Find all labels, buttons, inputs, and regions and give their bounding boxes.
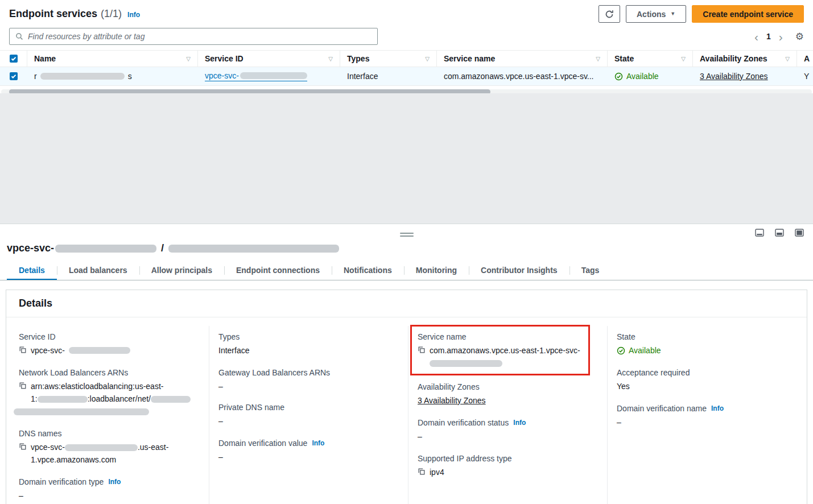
info-link[interactable]: Info: [312, 437, 324, 449]
tab-contributor-insights[interactable]: Contributor Insights: [469, 261, 569, 280]
header-actions: Actions ▼ Create endpoint service: [599, 5, 804, 23]
details-pane: vpce-svc- / Details Load balancers Allow…: [0, 224, 813, 504]
field-domain-verification-name: Domain verification name Info –: [617, 403, 798, 428]
field-types: Types Interface: [218, 331, 399, 357]
page-title: Endpoint services (1/1) Info: [9, 8, 140, 20]
filter-toolbar: ‹ 1 › ⚙: [0, 25, 813, 50]
detail-tabs: Details Load balancers Allow principals …: [0, 261, 813, 280]
details-column-1: Service ID vpce-svc- Network Load Balanc…: [6, 326, 209, 504]
service-id-link[interactable]: vpce-svc-: [205, 71, 307, 81]
field-supported-ip-address-type: Supported IP address type ipv4: [418, 453, 598, 478]
field-label: Private DNS name: [218, 402, 399, 413]
column-header-availability-zones[interactable]: Availability Zones ▽: [693, 51, 797, 67]
split-pane-drag-handle[interactable]: [400, 233, 414, 237]
refresh-button[interactable]: [599, 5, 620, 23]
details-column-2: Types Interface Gateway Load Balancers A…: [209, 326, 408, 504]
copy-icon[interactable]: [19, 346, 27, 354]
current-page[interactable]: 1: [766, 32, 771, 41]
tab-endpoint-connections[interactable]: Endpoint connections: [224, 261, 332, 280]
filter-icon[interactable]: ▽: [328, 56, 333, 62]
panel-position-split-icon[interactable]: [775, 229, 784, 237]
column-header-name[interactable]: Name ▽: [27, 51, 198, 67]
select-all-checkbox[interactable]: [10, 55, 18, 63]
filter-icon[interactable]: ▽: [681, 56, 686, 62]
actions-button[interactable]: Actions ▼: [626, 5, 686, 23]
check-icon: [11, 56, 16, 61]
field-label: Availability Zones: [418, 381, 598, 393]
check-icon: [11, 73, 16, 79]
row-checkbox[interactable]: [10, 72, 18, 80]
search-icon: [15, 32, 23, 40]
row-state-cell: Available: [608, 72, 693, 81]
field-value-text: com.amazonaws.vpce.us-east-1.vpce-svc-: [430, 346, 580, 355]
state-text: Available: [626, 72, 659, 81]
field-nlb-arns: Network Load Balancers ARNs arn:aws:elas…: [19, 367, 200, 418]
types-text: Interface: [347, 72, 378, 81]
filter-icon[interactable]: ▽: [186, 56, 191, 62]
field-state: State Available: [617, 331, 798, 357]
tab-monitoring[interactable]: Monitoring: [404, 261, 469, 280]
column-header-types[interactable]: Types ▽: [340, 51, 437, 67]
filter-icon[interactable]: ▽: [596, 56, 600, 62]
search-input[interactable]: [28, 32, 372, 41]
panel-position-full-icon[interactable]: [795, 229, 804, 237]
column-label: A: [804, 54, 810, 63]
table-header-row: Name ▽ Service ID ▽ Types ▽ Service name…: [0, 50, 813, 67]
prev-page-icon[interactable]: ‹: [754, 31, 758, 43]
copy-icon[interactable]: [418, 346, 426, 354]
create-endpoint-service-button[interactable]: Create endpoint service: [692, 5, 804, 23]
column-label: State: [614, 54, 634, 63]
redacted-text: [240, 72, 307, 79]
tab-load-balancers[interactable]: Load balancers: [57, 261, 139, 280]
field-value-text: vpce-svc-: [31, 443, 65, 452]
tab-allow-principals[interactable]: Allow principals: [139, 261, 224, 280]
next-page-icon[interactable]: ›: [779, 31, 783, 43]
column-header-state[interactable]: State ▽: [608, 51, 693, 67]
column-header-clipped: A: [797, 54, 813, 63]
details-column-3: Service name com.amazonaws.vpce.us-east-…: [408, 326, 607, 504]
search-box[interactable]: [9, 28, 378, 45]
service-id-text: vpce-svc-: [205, 71, 239, 80]
tab-tags[interactable]: Tags: [569, 261, 612, 280]
field-label: Domain verification value: [218, 437, 307, 449]
tab-notifications[interactable]: Notifications: [332, 261, 404, 280]
redacted-text: [38, 396, 88, 403]
column-header-service-name[interactable]: Service name ▽: [437, 51, 608, 67]
scrollbar-thumb[interactable]: [9, 89, 490, 93]
copy-icon[interactable]: [418, 468, 426, 476]
column-header-service-id[interactable]: Service ID ▽: [198, 51, 340, 67]
field-value-text: –: [218, 380, 223, 393]
settings-gear-icon[interactable]: ⚙: [795, 31, 804, 43]
info-link[interactable]: Info: [711, 403, 724, 414]
horizontal-scrollbar[interactable]: [1, 89, 812, 93]
panel-position-bottom-icon[interactable]: [755, 229, 764, 237]
pagination: ‹ 1 › ⚙: [754, 31, 804, 43]
field-service-id: Service ID vpce-svc-: [19, 331, 200, 357]
field-value-lines: arn:aws:elasticloadbalancing:us-east- 1:…: [31, 380, 191, 418]
field-label: Types: [218, 331, 399, 342]
row-name-cell: r s: [27, 72, 198, 81]
filter-icon[interactable]: ▽: [785, 56, 790, 62]
tab-details[interactable]: Details: [7, 261, 57, 280]
field-value-lines: vpce-svc-.us-east- 1.vpce.amazonaws.com: [31, 441, 168, 466]
service-name-text: com.amazonaws.vpce.us-east-1.vpce-sv...: [444, 72, 594, 81]
field-domain-verification-status: Domain verification status Info –: [418, 417, 598, 443]
copy-icon[interactable]: [19, 382, 27, 390]
endpoint-services-pane: Endpoint services (1/1) Info Actions ▼ C…: [0, 0, 813, 93]
availability-zones-link[interactable]: 3 Availability Zones: [700, 72, 768, 81]
detail-title: vpce-svc- /: [0, 242, 813, 254]
copy-icon[interactable]: [19, 443, 27, 451]
table-row[interactable]: r s vpce-svc- Interface com.amazonaws.vp…: [0, 67, 813, 86]
info-link[interactable]: Info: [513, 417, 526, 428]
info-link[interactable]: Info: [108, 476, 121, 488]
row-types-cell: Interface: [340, 72, 437, 81]
info-link[interactable]: Info: [127, 11, 140, 19]
column-label: Service name: [444, 54, 495, 63]
page-header: Endpoint services (1/1) Info Actions ▼ C…: [0, 0, 813, 25]
field-value-text: –: [19, 489, 23, 502]
caret-down-icon: ▼: [670, 11, 675, 16]
filter-icon[interactable]: ▽: [425, 56, 430, 62]
field-label: State: [617, 331, 798, 342]
availability-zones-link[interactable]: 3 Availability Zones: [418, 394, 486, 407]
refresh-icon: [605, 10, 614, 19]
